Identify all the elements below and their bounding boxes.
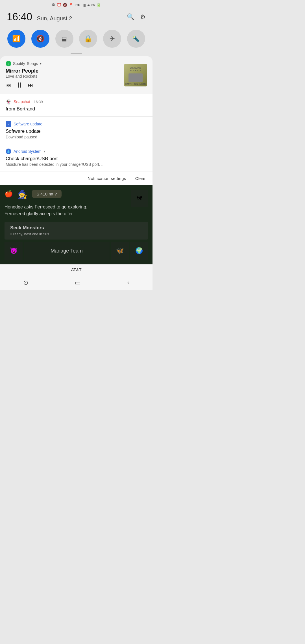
wifi-icon: 📶 [12,35,21,43]
song-artist: Love and Rockets [6,74,120,79]
operator-bar: AT&T [0,264,152,275]
calendar-icon: 🗓 [52,3,55,7]
portrait-box: 🗺 [131,190,148,207]
operator-name: AT&T [71,267,81,272]
software-update-title: Software update [6,129,147,134]
seek-monsters-title: Seek Monsters [10,225,142,231]
bottom-nav: ⊙ ▭ ‹ [0,275,152,290]
clear-button[interactable]: Clear [135,176,146,181]
snapchat-icon: 👻 [6,99,11,105]
notifications-panel: ♫ Spotify Songs ▾ Mirror People Love and… [0,56,152,185]
game-icon-cell-3[interactable]: 🌍 [130,242,148,260]
drag-handle-bar [71,53,82,54]
game-icon-cell-2[interactable]: 🦋 [111,242,129,260]
software-update-body: Download paused [6,135,147,139]
spotify-label: Spotify [13,61,25,66]
screen-lock-toggle[interactable]: 🔒 [79,30,97,48]
alarm-icon: ⏰ [57,3,61,7]
song-title: Mirror People [6,68,120,74]
lock-icon: 🔒 [84,35,92,43]
game-icon-2: 🦋 [116,247,124,254]
current-date: Sun, August 2 [37,15,72,21]
android-system-chevron-icon: ▾ [44,149,45,153]
quick-toggles-row: 📶 🔇 ⬓ 🔒 ✈ 🔦 [0,27,152,52]
game-icon-cell-1[interactable]: 😈 [5,242,23,260]
spotify-icon: ♫ [6,61,11,66]
game-story-text: Honedge asks Ferroseed to go exploring. … [5,204,148,217]
battery-percentage: 48% [88,3,95,7]
mute-icon: 🔇 [36,35,45,43]
manage-team-button[interactable]: Manage Team [24,242,110,260]
seek-monsters-subtitle: 3 ready, next one in 50s [10,232,142,236]
notif-header-software: ✓ Software update [6,121,147,127]
snapchat-app-name: Snapchat [14,99,30,104]
android-system-icon: 💧 [6,149,11,154]
next-track-button[interactable]: ⏭ [28,82,33,88]
current-time: 16:40 [7,11,32,23]
previous-track-button[interactable]: ⏮ [6,82,11,88]
recents-button[interactable]: ⊙ [23,279,28,286]
game-background: 🍎 🧙 S 410 mt ? 🗺 Honedge asks Ferroseed … [0,185,152,264]
status-bar: 🗓 ⏰ 🔇 📍 LTE↓ ||| 48% 🔋 [0,0,152,9]
home-button[interactable]: ▭ [75,279,81,286]
airplane-icon: ✈ [109,35,115,43]
seek-monsters-bar[interactable]: Seek Monsters 3 ready, next one in 50s [5,222,148,240]
time-date-group: 16:40 Sun, August 2 [7,11,72,23]
battery-icon: 🔋 [96,3,101,7]
game-text-line1: Honedge asks Ferroseed to go exploring. [5,204,88,209]
header-actions: 🔍 ⚙ [127,13,146,21]
manage-team-label: Manage Team [51,248,83,254]
notif-header-android: 💧 Android System ▾ [6,149,147,154]
airplane-mode-toggle[interactable]: ✈ [103,30,121,48]
distance-badge: S 410 mt ? [32,190,62,198]
back-button[interactable]: ‹ [127,279,129,286]
playlist-chevron-icon: ▾ [40,62,42,66]
signal-bars-icon: ||| [83,3,86,7]
game-icon-3: 🌍 [135,247,143,254]
android-system-title: Check charger/USB port [6,156,147,162]
playlist-type-label: Songs [27,61,38,66]
bluetooth-icon: ⬓ [62,35,67,42]
snapchat-notification[interactable]: 👻 Snapchat 16:39 from Bertrand [0,94,152,117]
flashlight-toggle[interactable]: 🔦 [127,30,145,48]
location-icon: 📍 [69,3,73,7]
wifi-toggle[interactable]: 📶 [7,30,25,48]
software-update-app-name: Software update [14,122,42,126]
media-info: ♫ Spotify Songs ▾ Mirror People Love and… [6,61,120,90]
game-text-line2: Ferroseed gladly accepts the offer. [5,211,74,216]
android-system-notification[interactable]: 💧 Android System ▾ Check charger/USB por… [0,144,152,171]
bluetooth-toggle[interactable]: ⬓ [55,30,73,48]
album-art-inner: LOVE AND ROCKETS EARTH · SUN · MOON [124,64,147,86]
media-player-card: ♫ Spotify Songs ▾ Mirror People Love and… [0,56,152,94]
apple-sprite-icon: 🍎 [5,190,13,198]
mute-toggle[interactable]: 🔇 [31,30,49,48]
album-art: LOVE AND ROCKETS EARTH · SUN · MOON [124,64,147,86]
software-update-notification[interactable]: ✓ Software update Software update Downlo… [0,117,152,144]
snapchat-notif-title: from Bertrand [6,106,147,112]
software-update-icon: ✓ [6,121,11,127]
status-icons: 🗓 ⏰ 🔇 📍 LTE↓ ||| 48% 🔋 [52,3,101,7]
lte-icon: LTE↓ [75,3,82,7]
media-controls: ⏮ ⏸ ⏭ [6,81,120,90]
notification-bottom-actions: Notification settings Clear [0,171,152,185]
album-title-text: EARTH · SUN · MOON [125,83,146,85]
settings-icon[interactable]: ⚙ [140,13,146,21]
notification-settings-button[interactable]: Notification settings [88,176,126,181]
notif-header-snapchat: 👻 Snapchat 16:39 [6,99,147,105]
media-app-row: ♫ Spotify Songs ▾ [6,61,120,66]
header: 16:40 Sun, August 2 🔍 ⚙ [0,9,152,27]
drag-handle [0,52,152,56]
search-icon[interactable]: 🔍 [127,13,134,21]
android-system-app-name: Android System [14,149,42,154]
mute-status-icon: 🔇 [63,3,67,7]
android-system-body: Moisture has been detected in your charg… [6,162,147,167]
game-bottom-row: 😈 Manage Team 🦋 🌍 [5,242,148,260]
snapchat-time: 16:39 [34,100,43,104]
character-sprite-icon: 🧙 [18,190,27,199]
pause-button[interactable]: ⏸ [16,81,23,90]
game-icon-1: 😈 [10,247,18,254]
flashlight-icon: 🔦 [132,35,140,42]
